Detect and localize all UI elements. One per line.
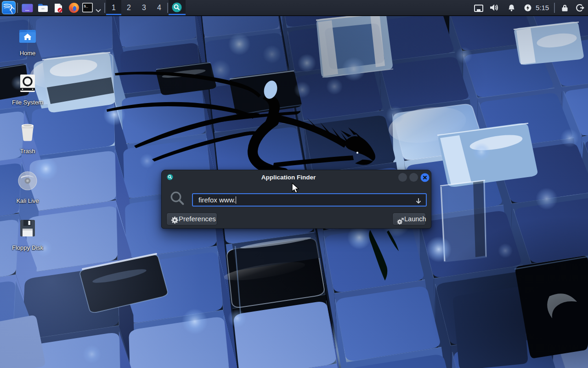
- svg-text:$_: $_: [84, 5, 89, 8]
